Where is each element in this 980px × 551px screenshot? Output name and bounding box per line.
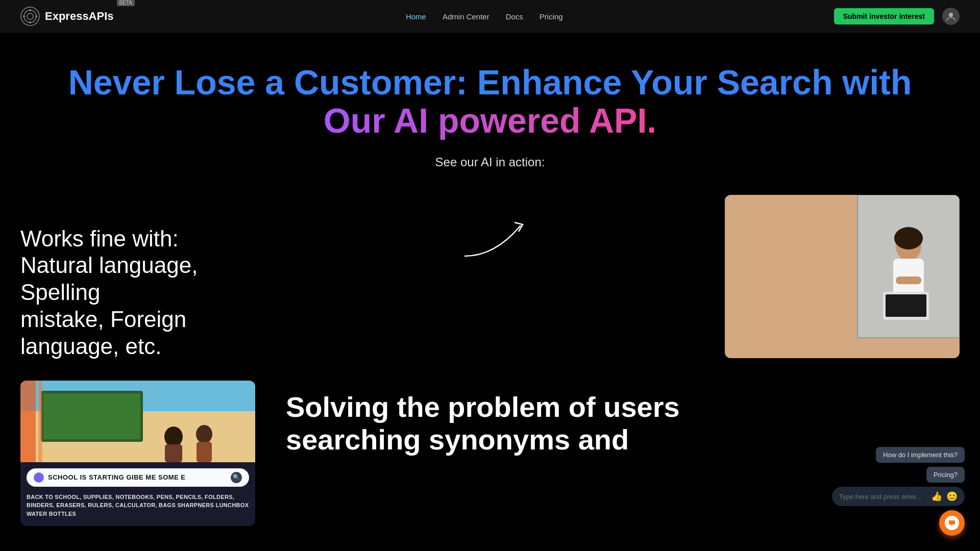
beta-badge: BETA	[117, 0, 135, 6]
logo-icon	[20, 7, 40, 26]
hero-title-blue: Never Lose a Customer: Enhance Your Sear…	[68, 63, 912, 102]
chat-widget: How do I implement this? Pricing? 👍 😊	[832, 447, 965, 536]
svg-rect-23	[165, 444, 182, 462]
nav-links: Home Admin Center Docs Pricing	[406, 12, 563, 21]
svg-point-6	[35, 15, 37, 17]
svg-point-12	[894, 227, 923, 249]
works-fine-text: Works fine with:Natural language, Spelli…	[20, 226, 265, 360]
chat-bubble-implement[interactable]: How do I implement this?	[876, 447, 965, 463]
nav-logo-group: ExpressAPIs BETA	[20, 7, 135, 26]
demo-search-bar-bottom: SCHOOL IS STARTING GIBE ME SOME E 🔍	[27, 468, 249, 487]
svg-point-2	[27, 13, 33, 19]
svg-rect-16	[886, 294, 926, 317]
nav-link-docs[interactable]: Docs	[506, 12, 523, 21]
chat-fab-inner	[945, 516, 959, 530]
demo-tags-bottom: BACK TO SCHOOL, SUPPLIES, NOTEBOOKS, PEN…	[27, 491, 249, 520]
main-content: Works fine with:Natural language, Spelli…	[0, 195, 980, 360]
demo-search-text-bottom: SCHOOL IS STARTING GIBE ME SOME E	[48, 473, 227, 481]
svg-point-1	[24, 10, 36, 22]
thumbs-up-icon[interactable]: 👍	[931, 491, 942, 502]
nav-right-group: Submit investor interest	[834, 8, 960, 25]
svg-rect-25	[197, 442, 212, 462]
nav-link-pricing[interactable]: Pricing	[540, 12, 563, 21]
svg-point-7	[949, 13, 953, 17]
left-text-block: Works fine with:Natural language, Spelli…	[20, 195, 265, 360]
demo-image-bottom	[20, 381, 255, 462]
chat-fab-button[interactable]	[939, 510, 965, 536]
classroom-illustration	[20, 381, 255, 462]
svg-point-5	[23, 15, 25, 17]
right-text-block: Solving the problem of userssearching sy…	[286, 381, 960, 457]
nav-link-admin[interactable]: Admin Center	[443, 12, 489, 21]
demo-card-bottom: SCHOOL IS STARTING GIBE ME SOME E 🔍 BACK…	[20, 381, 255, 527]
svg-point-4	[29, 21, 31, 23]
svg-rect-26	[20, 381, 36, 462]
hero-section: Never Lose a Customer: Enhance Your Sear…	[0, 33, 980, 169]
demo-card-top: WYJEŻDŻM NA WAKCJE LETNIE 🔍 SUMMER VACAT…	[725, 195, 960, 358]
chat-input-row: 👍 😊	[832, 487, 965, 506]
hero-subtitle: See our AI in action:	[20, 155, 960, 169]
hero-title-purple: Our AI powered API.	[324, 101, 656, 140]
user-icon	[945, 11, 957, 22]
demo-search-overlay-bottom: SCHOOL IS STARTING GIBE ME SOME E 🔍 BACK…	[20, 462, 255, 527]
svg-rect-27	[38, 381, 42, 462]
submit-investor-button[interactable]: Submit investor interest	[834, 8, 934, 24]
hero-title: Never Lose a Customer: Enhance Your Sear…	[20, 63, 960, 140]
arrow-area	[296, 195, 694, 266]
nav-link-home[interactable]: Home	[406, 12, 426, 21]
svg-rect-21	[43, 393, 140, 439]
svg-point-3	[29, 9, 31, 11]
svg-point-24	[196, 425, 212, 443]
chat-bubble-pricing[interactable]: Pricing?	[926, 467, 965, 483]
navbar: ExpressAPIs BETA Home Admin Center Docs …	[0, 0, 980, 33]
emoji-icon[interactable]: 😊	[946, 491, 958, 502]
svg-rect-17	[896, 277, 921, 284]
logo-text: ExpressAPIs	[45, 10, 114, 23]
svg-point-22	[164, 427, 183, 447]
chat-input[interactable]	[839, 493, 927, 500]
arrow-icon	[454, 215, 536, 266]
user-avatar[interactable]	[942, 8, 960, 25]
demo-image-top	[725, 195, 960, 358]
woman-illustration	[725, 195, 960, 358]
chat-bubble-icon	[948, 519, 956, 527]
demo-logo-bottom	[34, 472, 44, 483]
demo-search-magnifier-bottom: 🔍	[231, 472, 242, 483]
